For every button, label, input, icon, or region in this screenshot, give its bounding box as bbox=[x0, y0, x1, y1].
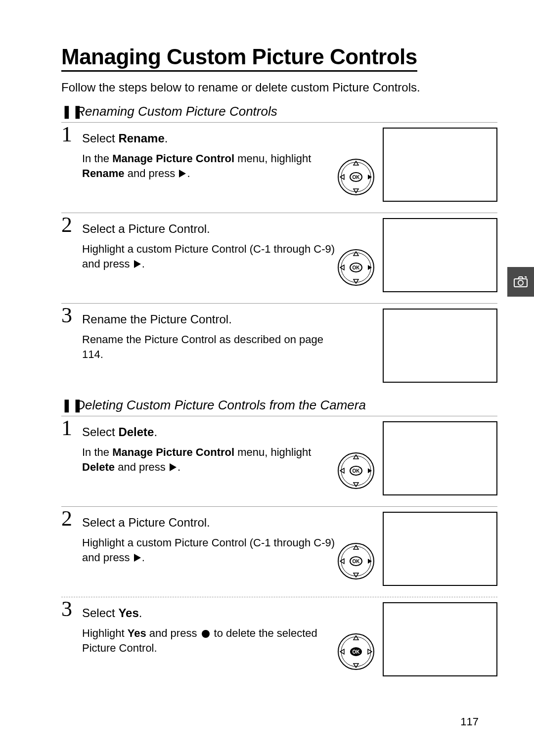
svg-marker-22 bbox=[354, 455, 358, 459]
svg-marker-9 bbox=[368, 175, 372, 179]
t: In the bbox=[82, 446, 112, 458]
svg-marker-17 bbox=[368, 265, 372, 270]
t: . bbox=[139, 606, 142, 620]
delete-step-3: 3 Select Yes. Highlight Yes and press to… bbox=[61, 597, 497, 687]
svg-marker-24 bbox=[340, 468, 344, 473]
svg-marker-41 bbox=[368, 649, 372, 654]
step-body-text: Highlight Yes and press to delete the se… bbox=[82, 626, 344, 655]
svg-point-1 bbox=[518, 280, 523, 285]
step-body-text: Highlight a custom Picture Control (C-1 … bbox=[82, 535, 344, 565]
section-title-text: Deleting Custom Picture Controls from th… bbox=[76, 398, 366, 412]
step-number: 2 bbox=[61, 214, 72, 236]
svg-marker-15 bbox=[354, 279, 358, 283]
svg-marker-38 bbox=[354, 636, 358, 640]
section-title-text: Renaming Custom Picture Controls bbox=[76, 104, 277, 119]
svg-marker-6 bbox=[354, 161, 358, 165]
t: In the bbox=[82, 152, 112, 165]
t: Highlight a custom Picture Control (C-1 … bbox=[82, 243, 335, 270]
t: Yes bbox=[118, 606, 138, 620]
t: Rename bbox=[118, 132, 164, 145]
step-body-text: Rename the Picture Control as described … bbox=[82, 332, 344, 361]
step-heading: Select a Picture Control. bbox=[82, 222, 344, 236]
t: Highlight a custom Picture Control (C-1 … bbox=[82, 536, 335, 564]
t: menu, highlight bbox=[234, 152, 311, 165]
camera-icon bbox=[514, 276, 528, 287]
svg-marker-31 bbox=[354, 573, 358, 577]
t: menu, highlight bbox=[234, 446, 311, 458]
t: and press bbox=[146, 627, 200, 639]
multi-selector-icon: OK bbox=[337, 452, 375, 489]
t: . bbox=[165, 132, 168, 145]
step-body-text: In the Manage Picture Control menu, high… bbox=[82, 151, 344, 180]
multi-selector-icon: OK bbox=[337, 158, 375, 196]
right-arrow-icon bbox=[179, 170, 186, 178]
screenshot-placeholder bbox=[383, 309, 497, 383]
svg-text:OK: OK bbox=[353, 468, 360, 474]
ok-button-icon bbox=[202, 630, 210, 638]
section-title-rename: ❚❚ Renaming Custom Picture Controls bbox=[61, 104, 497, 119]
t: Select bbox=[82, 425, 118, 439]
step-body-text: In the Manage Picture Control menu, high… bbox=[82, 445, 344, 474]
svg-marker-23 bbox=[354, 483, 358, 487]
svg-marker-16 bbox=[340, 265, 344, 270]
svg-marker-14 bbox=[354, 252, 358, 256]
svg-text:OK: OK bbox=[353, 649, 360, 655]
t: Select bbox=[82, 132, 118, 145]
t: Highlight bbox=[82, 627, 128, 639]
side-tab-camera bbox=[507, 267, 534, 297]
screenshot-placeholder bbox=[383, 421, 497, 495]
page-number: 117 bbox=[460, 715, 479, 728]
svg-marker-8 bbox=[340, 175, 344, 179]
multi-selector-icon: OK bbox=[337, 249, 375, 286]
screenshot-placeholder bbox=[383, 602, 497, 676]
svg-marker-25 bbox=[368, 468, 372, 473]
svg-text:OK: OK bbox=[353, 559, 360, 564]
rename-step-3: 3 Rename the Picture Control. Rename the… bbox=[61, 303, 497, 389]
step-number: 1 bbox=[61, 417, 72, 439]
t: and press bbox=[125, 167, 178, 179]
step-heading: Select a Picture Control. bbox=[82, 516, 344, 530]
t: Manage Picture Control bbox=[112, 446, 234, 458]
screenshot-placeholder bbox=[383, 128, 497, 202]
step-heading: Select Yes. bbox=[82, 606, 344, 620]
rename-step-1: 1 Select Rename. In the Manage Picture C… bbox=[61, 122, 497, 213]
section-title-delete: ❚❚ Deleting Custom Picture Controls from… bbox=[61, 398, 497, 413]
svg-marker-33 bbox=[368, 559, 372, 564]
screenshot-placeholder bbox=[383, 512, 497, 586]
right-arrow-icon bbox=[134, 260, 141, 268]
t: Yes bbox=[128, 627, 146, 639]
t: and press bbox=[115, 461, 169, 473]
multi-selector-icon: OK bbox=[337, 542, 375, 580]
right-arrow-icon bbox=[170, 463, 177, 471]
delete-step-1: 1 Select Delete. In the Manage Picture C… bbox=[61, 416, 497, 506]
t: Delete bbox=[118, 425, 154, 439]
t: . bbox=[154, 425, 157, 439]
svg-text:OK: OK bbox=[353, 175, 360, 180]
t: Rename bbox=[82, 167, 125, 179]
svg-marker-40 bbox=[340, 649, 344, 654]
step-heading: Rename the Picture Control. bbox=[82, 312, 344, 326]
svg-marker-39 bbox=[354, 664, 358, 667]
step-heading: Select Delete. bbox=[82, 425, 344, 439]
section-marker: ❚❚ bbox=[61, 398, 72, 413]
multi-selector-icon: OK bbox=[337, 633, 375, 670]
intro-text: Follow the steps below to rename or dele… bbox=[61, 80, 497, 95]
svg-marker-30 bbox=[354, 545, 358, 549]
step-body-text: Highlight a custom Picture Control (C-1 … bbox=[82, 242, 344, 271]
t: Delete bbox=[82, 461, 115, 473]
delete-step-2: 2 Select a Picture Control. Highlight a … bbox=[61, 506, 497, 597]
step-heading: Select Rename. bbox=[82, 132, 344, 145]
svg-text:OK: OK bbox=[353, 265, 360, 270]
svg-marker-7 bbox=[354, 189, 358, 193]
section-marker: ❚❚ bbox=[61, 104, 72, 119]
t: Manage Picture Control bbox=[112, 152, 234, 165]
step-number: 3 bbox=[61, 305, 72, 326]
t: Select bbox=[82, 606, 118, 620]
right-arrow-icon bbox=[134, 554, 141, 562]
svg-marker-32 bbox=[340, 559, 344, 564]
rename-step-2: 2 Select a Picture Control. Highlight a … bbox=[61, 213, 497, 303]
step-number: 2 bbox=[61, 508, 72, 530]
page-title: Managing Custom Picture Controls bbox=[61, 44, 417, 72]
screenshot-placeholder bbox=[383, 218, 497, 292]
step-number: 3 bbox=[61, 598, 72, 620]
